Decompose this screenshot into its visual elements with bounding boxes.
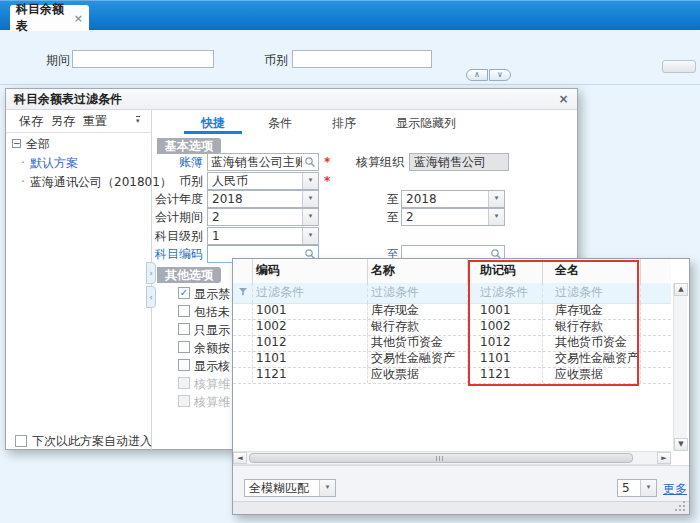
book-label[interactable]: 账簿 bbox=[66, 153, 203, 171]
filter-input-mnemonic[interactable]: 过滤条件 bbox=[468, 283, 543, 303]
cell-fullname[interactable]: 库存现金 bbox=[543, 303, 641, 319]
filter-input-name[interactable]: 过滤条件 bbox=[368, 283, 468, 303]
resize-grip-icon[interactable] bbox=[683, 509, 685, 511]
opt-checkbox[interactable] bbox=[178, 359, 190, 371]
more-link[interactable]: 更多 bbox=[663, 481, 687, 498]
period-from-select[interactable]: 2▾ bbox=[207, 208, 319, 226]
column-header-fullname[interactable]: 全名 bbox=[543, 259, 641, 283]
chevron-down-icon[interactable]: ▾ bbox=[302, 191, 318, 207]
hscroll-thumb[interactable] bbox=[249, 453, 633, 463]
level-select[interactable]: 1▾ bbox=[207, 227, 319, 245]
cell-mnemonic[interactable]: 1121 bbox=[468, 367, 543, 383]
chevron-down-icon[interactable]: ▾ bbox=[319, 480, 335, 496]
save-button[interactable]: 保存 bbox=[19, 113, 43, 129]
year-to-value: 2018 bbox=[406, 192, 437, 206]
tab-sort[interactable]: 排序 bbox=[322, 115, 366, 131]
toolbar-more-icon[interactable]: ▾ bbox=[136, 116, 140, 124]
tree-root-all[interactable]: 全部 bbox=[26, 135, 50, 153]
scroll-right-icon[interactable]: ► bbox=[657, 452, 671, 464]
account-code-label[interactable]: 科目编码 bbox=[66, 245, 203, 263]
section-other-options: 其他选项 bbox=[157, 267, 221, 283]
cell-mnemonic[interactable]: 1002 bbox=[468, 319, 543, 335]
pager-up-button[interactable]: ∧ bbox=[466, 69, 488, 81]
table-filter-row: 过滤条件 过滤条件 过滤条件 过滤条件 bbox=[233, 283, 671, 304]
year-label: 会计年度 bbox=[66, 190, 203, 208]
thumb-grip-icon bbox=[436, 456, 445, 461]
period-to-select[interactable]: 2▾ bbox=[401, 208, 505, 226]
opt-checkbox-checked[interactable]: ✓ bbox=[178, 287, 190, 299]
cell-fullname[interactable]: 银行存款 bbox=[543, 319, 641, 335]
vertical-scrollbar[interactable]: ▲ ▼ bbox=[673, 283, 687, 451]
opt-label: 只显示 bbox=[194, 321, 230, 339]
tab-account-balance[interactable]: 科目余额表 × bbox=[10, 5, 89, 31]
match-mode-select[interactable]: 全模糊匹配▾ bbox=[244, 479, 336, 497]
cell-fullname[interactable]: 交易性金融资产 bbox=[543, 351, 641, 367]
cell-code[interactable]: 1001 bbox=[253, 303, 368, 319]
page-size-select[interactable]: 5▾ bbox=[617, 479, 657, 497]
chevron-down-icon[interactable]: ▾ bbox=[302, 228, 318, 244]
cell-code[interactable]: 1101 bbox=[253, 351, 368, 367]
tab-quick[interactable]: 快捷 bbox=[184, 115, 242, 131]
dialog-close-icon[interactable]: × bbox=[556, 92, 571, 107]
chevron-down-icon[interactable]: ▾ bbox=[640, 480, 656, 496]
cell-name[interactable]: 交易性金融资产 bbox=[368, 351, 468, 367]
chevron-down-icon[interactable]: ▾ bbox=[488, 191, 504, 207]
column-header-code[interactable]: 编码 bbox=[253, 259, 368, 283]
table-row[interactable]: 1002 银行存款 1002 银行存款 bbox=[233, 319, 671, 336]
popup-statusbar bbox=[233, 501, 689, 514]
cell-mnemonic[interactable]: 1001 bbox=[468, 303, 543, 319]
opt-label: 显示禁 bbox=[194, 285, 230, 303]
column-header-mnemonic[interactable]: 助记码 bbox=[468, 259, 543, 283]
opt-checkbox[interactable] bbox=[178, 323, 190, 335]
opt-checkbox[interactable] bbox=[178, 341, 190, 353]
pager-down-button[interactable]: ∨ bbox=[489, 69, 511, 81]
reset-button[interactable]: 重置 bbox=[83, 113, 107, 129]
tab-show-hide-columns[interactable]: 显示隐藏列 bbox=[386, 115, 466, 131]
splitter-collapse-icon[interactable]: ‹ bbox=[146, 286, 156, 308]
currency-select[interactable]: 人民币▾ bbox=[207, 172, 319, 190]
scroll-up-icon[interactable]: ▲ bbox=[674, 283, 688, 296]
splitter-expand-icon[interactable]: › bbox=[146, 262, 156, 284]
table-row[interactable]: 1012 其他货币资金 1012 其他货币资金 bbox=[233, 335, 671, 352]
filter-input-code[interactable]: 过滤条件 bbox=[253, 283, 368, 303]
chevron-down-icon[interactable]: ▾ bbox=[488, 209, 504, 225]
period-input[interactable] bbox=[72, 50, 214, 68]
opt-label: 余额按 bbox=[194, 339, 230, 357]
cell-code[interactable]: 1121 bbox=[253, 367, 368, 383]
chevron-down-icon[interactable]: ▾ bbox=[302, 209, 318, 225]
org-label: 核算组织 bbox=[267, 153, 404, 171]
opt-checkbox-disabled bbox=[178, 377, 190, 389]
opt-checkbox[interactable] bbox=[178, 305, 190, 317]
table-row[interactable]: 1101 交易性金融资产 1101 交易性金融资产 bbox=[233, 351, 671, 368]
auto-enter-checkbox[interactable] bbox=[15, 435, 27, 447]
collapse-panel-button[interactable] bbox=[662, 60, 696, 73]
filter-funnel-icon[interactable] bbox=[233, 283, 253, 303]
auto-enter-label: 下次以此方案自动进入 bbox=[32, 432, 152, 450]
column-header-name[interactable]: 名称 bbox=[368, 259, 468, 283]
tab-condition[interactable]: 条件 bbox=[258, 115, 302, 131]
tab-close-icon[interactable]: × bbox=[74, 12, 83, 25]
cell-code[interactable]: 1002 bbox=[253, 319, 368, 335]
year-to-select[interactable]: 2018▾ bbox=[401, 190, 505, 208]
cell-name[interactable]: 银行存款 bbox=[368, 319, 468, 335]
filter-input-fullname[interactable]: 过滤条件 bbox=[543, 283, 641, 303]
cell-mnemonic[interactable]: 1101 bbox=[468, 351, 543, 367]
cell-mnemonic[interactable]: 1012 bbox=[468, 335, 543, 351]
scroll-left-icon[interactable]: ◄ bbox=[233, 452, 247, 464]
bullet-icon: · bbox=[21, 173, 25, 191]
table-row[interactable]: 1001 库存现金 1001 库存现金 bbox=[233, 303, 671, 320]
year-from-select[interactable]: 2018▾ bbox=[207, 190, 319, 208]
cell-fullname[interactable]: 其他货币资金 bbox=[543, 335, 641, 351]
cell-name[interactable]: 其他货币资金 bbox=[368, 335, 468, 351]
cell-name[interactable]: 库存现金 bbox=[368, 303, 468, 319]
cell-code[interactable]: 1012 bbox=[253, 335, 368, 351]
scroll-down-icon[interactable]: ▼ bbox=[674, 438, 688, 451]
cell-fullname[interactable]: 应收票据 bbox=[543, 367, 641, 383]
table-row[interactable]: 1121 应收票据 1121 应收票据 bbox=[233, 367, 671, 384]
horizontal-scrollbar[interactable]: ◄ ► bbox=[233, 451, 671, 465]
save-as-button[interactable]: 另存 bbox=[51, 113, 75, 129]
chevron-down-icon[interactable]: ▾ bbox=[302, 173, 318, 189]
tree-collapse-icon[interactable]: − bbox=[12, 139, 21, 148]
cell-name[interactable]: 应收票据 bbox=[368, 367, 468, 383]
currency-filter-input[interactable] bbox=[292, 50, 432, 68]
